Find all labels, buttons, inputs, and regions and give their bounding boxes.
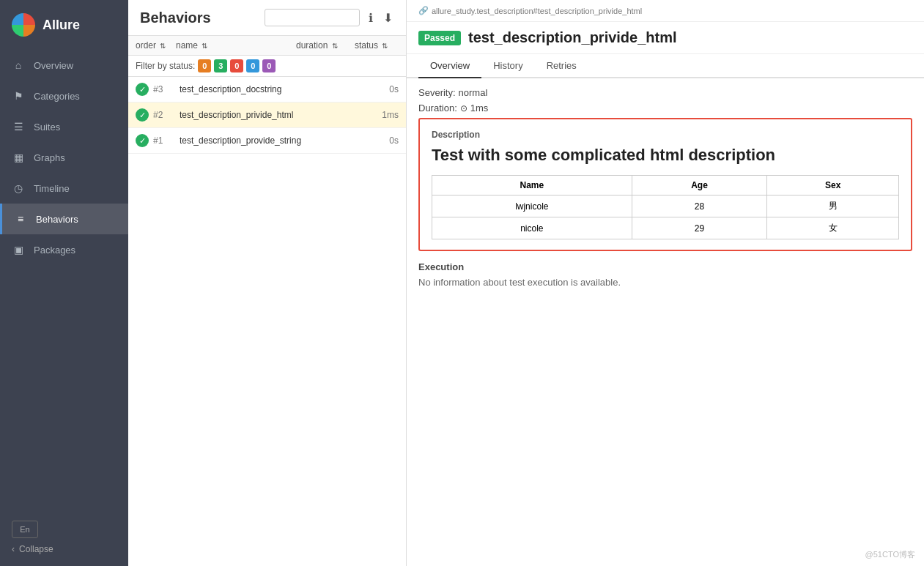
pass-icon: ✓ xyxy=(136,83,149,96)
pass-icon: ✓ xyxy=(136,108,149,122)
test-list: ✓ #3 test_description_docstring 0s ✓ #2 … xyxy=(128,77,406,566)
list-item[interactable]: ✓ #2 test_description_privide_html 1ms xyxy=(128,103,406,128)
col-status-header[interactable]: status ⇅ xyxy=(355,40,399,51)
packages-icon: ▣ xyxy=(12,243,25,256)
list-item[interactable]: ✓ #1 test_description_provide_string 0s xyxy=(128,128,406,154)
clock-icon: ⊙ xyxy=(460,103,467,113)
sidebar-item-timeline[interactable]: ◷ Timeline xyxy=(0,173,128,204)
language-button[interactable]: En xyxy=(12,521,38,538)
sidebar-item-label: Categories xyxy=(34,91,80,102)
severity-label: Severity: xyxy=(418,87,456,98)
col-duration-header[interactable]: duration ⇅ xyxy=(296,40,355,51)
search-input[interactable] xyxy=(265,9,360,26)
test-name: test_description_provide_string xyxy=(180,135,365,146)
timeline-icon: ◷ xyxy=(12,182,25,195)
severity-value: normal xyxy=(459,87,488,98)
test-duration: 1ms xyxy=(369,110,399,120)
sidebar-logo-text: Allure xyxy=(42,18,80,33)
desc-table-row: nicole29女 xyxy=(432,217,899,239)
tab-overview[interactable]: Overview xyxy=(418,54,481,78)
filter-badge-red[interactable]: 0 xyxy=(230,59,243,72)
desc-table-header: Name xyxy=(432,176,632,196)
filter-badge-blue[interactable]: 0 xyxy=(246,59,259,72)
desc-table-header: Sex xyxy=(767,176,899,196)
filter-badge-orange[interactable]: 0 xyxy=(198,59,211,72)
tab-history[interactable]: History xyxy=(481,54,534,78)
graphs-icon: ▦ xyxy=(12,151,25,164)
duration-row: Duration: ⊙ 1ms xyxy=(418,103,912,113)
collapse-button[interactable]: ‹ Collapse xyxy=(12,544,117,554)
desc-table-cell: 28 xyxy=(632,196,767,217)
filter-row: Filter by status: 0 3 0 0 0 xyxy=(128,56,406,77)
filter-label: Filter by status: xyxy=(136,61,195,71)
desc-table-header: Age xyxy=(632,176,767,196)
list-item[interactable]: ✓ #3 test_description_docstring 0s xyxy=(128,77,406,103)
sort-order-icon: ⇅ xyxy=(160,42,166,50)
download-icon[interactable]: ⬇ xyxy=(382,10,394,26)
categories-icon: ⚑ xyxy=(12,89,25,103)
detail-header: Passed test_description_privide_html xyxy=(407,22,924,54)
col-name-header[interactable]: name ⇅ xyxy=(176,40,296,51)
breadcrumb: 🔗 allure_study.test_description#test_des… xyxy=(407,0,924,22)
desc-table-cell: 29 xyxy=(632,217,767,239)
sidebar-item-behaviors[interactable]: ≡ Behaviors xyxy=(0,204,128,234)
sidebar-item-packages[interactable]: ▣ Packages xyxy=(0,234,128,265)
test-name: test_description_docstring xyxy=(180,84,365,94)
tab-retries[interactable]: Retries xyxy=(535,54,588,78)
sidebar-item-label: Timeline xyxy=(34,183,70,194)
pass-icon: ✓ xyxy=(136,134,149,147)
test-name: test_description_privide_html xyxy=(180,110,365,120)
chevron-left-icon: ‹ xyxy=(12,544,15,554)
panel-header: Behaviors ℹ ⬇ xyxy=(128,0,406,36)
suites-icon: ☰ xyxy=(12,120,25,133)
sidebar-item-label: Suites xyxy=(34,122,60,133)
breadcrumb-link-icon: 🔗 xyxy=(418,6,429,15)
sidebar-logo: Allure xyxy=(0,0,128,50)
sidebar-item-label: Overview xyxy=(34,60,73,71)
collapse-label: Collapse xyxy=(19,544,53,554)
watermark: @51CTO博客 xyxy=(865,549,915,560)
allure-logo-icon xyxy=(12,13,35,37)
detail-tabs: Overview History Retries xyxy=(407,54,924,78)
description-section-label: Description xyxy=(432,130,899,140)
filter-badge-purple[interactable]: 0 xyxy=(262,59,276,72)
filter-badge-green[interactable]: 3 xyxy=(214,59,227,72)
passed-badge: Passed xyxy=(418,31,461,45)
sidebar-item-graphs[interactable]: ▦ Graphs xyxy=(0,142,128,173)
desc-table-body: lwjnicole28男nicole29女 xyxy=(432,196,899,239)
sort-name-icon: ⇅ xyxy=(202,42,207,50)
desc-table-cell: lwjnicole xyxy=(432,196,632,217)
table-column-headers: order ⇅ name ⇅ duration ⇅ status ⇅ xyxy=(128,36,406,56)
execution-label: Execution xyxy=(418,261,912,272)
desc-table-cell: 女 xyxy=(767,217,899,239)
sidebar-item-suites[interactable]: ☰ Suites xyxy=(0,111,128,142)
test-order: #2 xyxy=(153,110,175,120)
sidebar: Allure ⌂ Overview⚑ Categories☰ Suites▦ G… xyxy=(0,0,128,566)
sidebar-bottom: En ‹ Collapse xyxy=(0,509,128,566)
test-order: #1 xyxy=(153,135,175,146)
test-duration: 0s xyxy=(369,84,399,94)
execution-empty-text: No information about test execution is a… xyxy=(418,277,912,288)
desc-table-row: lwjnicole28男 xyxy=(432,196,899,217)
severity-row: Severity: normal xyxy=(418,87,912,98)
sidebar-item-label: Graphs xyxy=(34,152,65,163)
desc-table-cell: nicole xyxy=(432,217,632,239)
col-order-header[interactable]: order ⇅ xyxy=(136,40,176,51)
duration-label: Duration: xyxy=(418,103,457,113)
behaviors-panel: Behaviors ℹ ⬇ order ⇅ name ⇅ duration ⇅ … xyxy=(128,0,407,566)
sidebar-item-overview[interactable]: ⌂ Overview xyxy=(0,50,128,81)
detail-content: Severity: normal Duration: ⊙ 1ms Descrip… xyxy=(407,78,924,305)
description-heading: Test with some complicated html descript… xyxy=(432,146,899,165)
behaviors-icon: ≡ xyxy=(14,212,27,226)
panel-header-actions: ℹ ⬇ xyxy=(265,9,394,26)
duration-value: 1ms xyxy=(470,103,489,113)
description-box: Description Test with some complicated h… xyxy=(418,118,912,251)
info-icon[interactable]: ℹ xyxy=(367,10,374,26)
sort-status-icon: ⇅ xyxy=(382,42,388,50)
detail-panel: 🔗 allure_study.test_description#test_des… xyxy=(407,0,924,566)
sidebar-item-categories[interactable]: ⚑ Categories xyxy=(0,81,128,111)
sidebar-item-label: Packages xyxy=(34,245,75,256)
breadcrumb-text: allure_study.test_description#test_descr… xyxy=(432,7,642,15)
desc-table-header-row: NameAgeSex xyxy=(432,176,899,196)
execution-section: Execution No information about test exec… xyxy=(418,261,912,297)
